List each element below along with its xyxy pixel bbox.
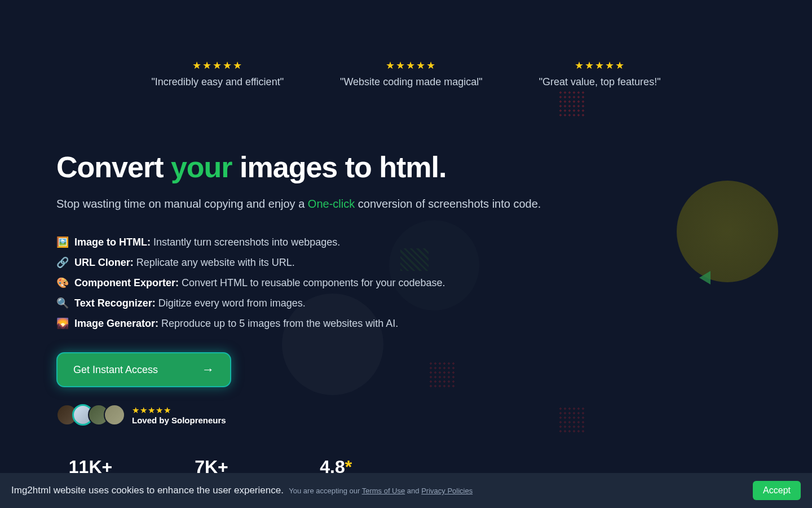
avatar — [104, 404, 125, 426]
feature-title: Image Generator: — [74, 318, 158, 329]
hero-section: Convert your images to html. Stop wastin… — [0, 88, 812, 426]
testimonial-quote: "Incredibly easy and efficient" — [151, 76, 284, 88]
social-proof-label: Loved by Solopreneurs — [132, 415, 226, 425]
feature-emoji-icon: 🌄 — [56, 317, 69, 330]
feature-item: 🔗 URL Cloner: Replicate any website with… — [56, 256, 812, 269]
avatar-group — [56, 404, 125, 426]
feature-desc: Reproduce up to 5 images from the websit… — [158, 318, 398, 329]
terms-link[interactable]: Terms of Use — [362, 487, 405, 495]
feature-desc: Digitize every word from images. — [156, 297, 306, 309]
feature-title: Component Exporter: — [74, 277, 179, 288]
testimonials-row: ★★★★★ "Incredibly easy and efficient" ★★… — [0, 0, 812, 88]
cookie-sub-text: You are accepting our Terms of Use and P… — [287, 487, 473, 495]
social-proof-text: ★★★★★ Loved by Solopreneurs — [132, 405, 226, 425]
testimonial-quote: "Great value, top features!" — [539, 76, 661, 88]
feature-emoji-icon: 🖼️ — [56, 236, 69, 248]
testimonial-item: ★★★★★ "Incredibly easy and efficient" — [151, 59, 284, 88]
feature-emoji-icon: 🔍 — [56, 297, 69, 309]
star-rating: ★★★★★ — [132, 405, 226, 415]
get-instant-access-button[interactable]: Get Instant Access → — [56, 352, 231, 387]
subheadline-highlight: One-click — [308, 198, 355, 210]
feature-item: 🔍 Text Recognizer: Digitize every word f… — [56, 297, 812, 309]
feature-item: 🖼️ Image to HTML: Instantly turn screens… — [56, 236, 812, 248]
testimonial-quote: "Website coding made magical" — [340, 76, 483, 88]
star-rating: ★★★★★ — [340, 59, 483, 72]
arrow-right-icon: → — [202, 362, 214, 377]
star-rating: ★★★★★ — [151, 59, 284, 72]
star-rating: ★★★★★ — [539, 59, 661, 72]
testimonial-item: ★★★★★ "Website coding made magical" — [340, 59, 483, 88]
features-list: 🖼️ Image to HTML: Instantly turn screens… — [56, 236, 812, 330]
subheadline-text: conversion of screenshots into code. — [355, 198, 541, 210]
subheadline-text: Stop wasting time on manual copying and … — [56, 198, 308, 210]
accept-cookies-button[interactable]: Accept — [753, 481, 801, 500]
page-headline: Convert your images to html. — [56, 150, 812, 184]
social-proof: ★★★★★ Loved by Solopreneurs — [56, 404, 812, 426]
privacy-link[interactable]: Privacy Policies — [421, 487, 473, 495]
testimonial-item: ★★★★★ "Great value, top features!" — [539, 59, 661, 88]
cookie-message: Img2html website uses cookies to enhance… — [11, 485, 473, 496]
feature-emoji-icon: 🔗 — [56, 256, 69, 269]
feature-item: 🎨 Component Exporter: Convert HTML to re… — [56, 277, 812, 289]
feature-title: Text Recognizer: — [74, 297, 156, 309]
headline-text: Convert — [56, 151, 171, 183]
headline-highlight: your — [171, 151, 232, 183]
feature-desc: Convert HTML to reusable components for … — [179, 277, 445, 288]
feature-desc: Replicate any website with its URL. — [134, 257, 295, 268]
cookie-main-text: Img2html website uses cookies to enhance… — [11, 485, 284, 496]
headline-text: images to html. — [232, 151, 447, 183]
feature-item: 🌄 Image Generator: Reproduce up to 5 ima… — [56, 317, 812, 330]
subheadline: Stop wasting time on manual copying and … — [56, 198, 812, 211]
feature-emoji-icon: 🎨 — [56, 277, 69, 289]
feature-desc: Instantly turn screenshots into webpages… — [151, 237, 340, 248]
cookie-banner: Img2html website uses cookies to enhance… — [0, 473, 812, 508]
feature-title: Image to HTML: — [74, 237, 151, 248]
cta-label: Get Instant Access — [73, 364, 158, 376]
feature-title: URL Cloner: — [74, 257, 134, 268]
